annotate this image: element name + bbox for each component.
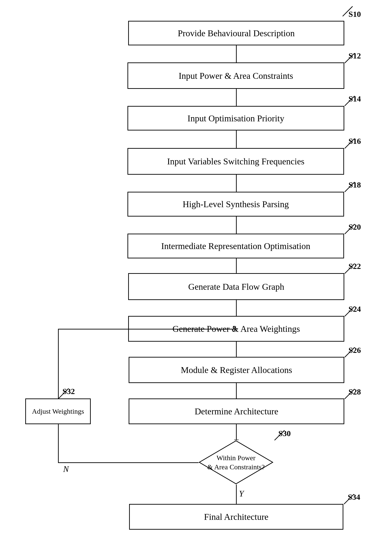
box-s34-label: Final Architecture bbox=[204, 512, 268, 522]
box-s22: Generate Data Flow Graph bbox=[128, 273, 344, 300]
arrow-s28-s30 bbox=[236, 424, 237, 440]
box-s18-label: High-Level Synthesis Parsing bbox=[183, 199, 289, 209]
step-label-s34: S34 bbox=[348, 493, 360, 501]
step-label-s22: S22 bbox=[349, 262, 361, 271]
box-s34: Final Architecture bbox=[129, 504, 343, 530]
step-label-s30: S30 bbox=[278, 429, 291, 438]
box-s18: High-Level Synthesis Parsing bbox=[127, 192, 344, 216]
step-label-s14: S14 bbox=[349, 94, 361, 103]
h-line-left-diamond bbox=[58, 462, 199, 463]
box-s32: Adjust Weightings bbox=[25, 398, 91, 424]
arrow-s14-s16 bbox=[236, 131, 237, 148]
step-label-s18: S18 bbox=[349, 181, 361, 189]
diamond-s30-text: Within Power & Area Constraints? bbox=[207, 453, 265, 471]
arrow-s30-yes bbox=[236, 485, 237, 504]
box-s28: Determine Architecture bbox=[129, 398, 344, 424]
arrow-s24-s26 bbox=[236, 342, 237, 357]
box-s14-label: Input Optimisation Priority bbox=[188, 113, 284, 124]
box-s16-label: Input Variables Switching Frequencies bbox=[167, 156, 304, 167]
arrow-s22-s24 bbox=[236, 300, 237, 316]
arrow-s10-s12 bbox=[236, 45, 237, 63]
box-s20-label: Intermediate Representation Optimisation bbox=[161, 241, 310, 251]
box-s12: Input Power & Area Constraints bbox=[127, 63, 344, 89]
box-s16: Input Variables Switching Frequencies bbox=[127, 148, 344, 175]
step-label-s26: S26 bbox=[349, 346, 361, 355]
arrow-s12-s14 bbox=[236, 89, 237, 106]
arrow-s18-s20 bbox=[236, 216, 237, 234]
arrow-s16-s18 bbox=[236, 175, 237, 192]
box-s22-label: Generate Data Flow Graph bbox=[188, 282, 284, 292]
step-label-s28: S28 bbox=[349, 388, 361, 396]
v-line-up-to-s24 bbox=[58, 329, 59, 399]
box-s10: Provide Behavioural Description bbox=[128, 21, 344, 45]
box-s28-label: Determine Architecture bbox=[195, 406, 278, 417]
box-s12-label: Input Power & Area Constraints bbox=[179, 71, 293, 81]
h-line-to-s26 bbox=[58, 329, 236, 329]
diamond-s30-label: Within Power & Area Constraints? bbox=[199, 440, 273, 485]
box-s10-label: Provide Behavioural Description bbox=[178, 28, 295, 38]
step-label-s16: S16 bbox=[349, 137, 361, 146]
step-label-s10: S10 bbox=[349, 10, 361, 19]
branch-yes-label: Y bbox=[239, 489, 244, 499]
flowchart: Provide Behavioural Description S10 Inpu… bbox=[0, 0, 392, 550]
arrow-s26-s28 bbox=[236, 383, 237, 399]
box-s26: Module & Register Allocations bbox=[129, 357, 344, 383]
step-label-s32: S32 bbox=[63, 387, 75, 396]
branch-no-label: N bbox=[63, 464, 69, 474]
box-s26-label: Module & Register Allocations bbox=[181, 365, 292, 375]
box-s14: Input Optimisation Priority bbox=[127, 106, 344, 131]
step-label-s20: S20 bbox=[349, 223, 361, 231]
box-s20: Intermediate Representation Optimisation bbox=[127, 234, 344, 258]
arrow-s20-s22 bbox=[236, 258, 237, 274]
step-label-s24: S24 bbox=[349, 305, 361, 313]
box-s32-label: Adjust Weightings bbox=[32, 407, 84, 415]
step-label-s12: S12 bbox=[349, 51, 361, 60]
